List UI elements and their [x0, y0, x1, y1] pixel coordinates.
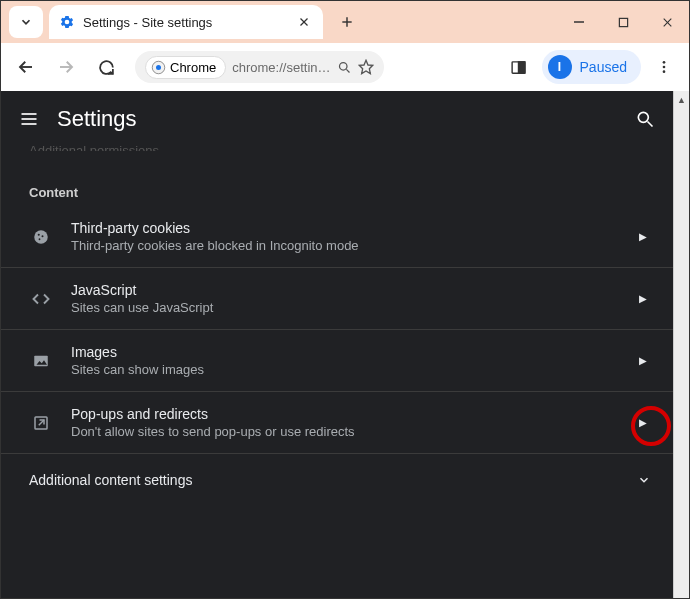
maximize-button[interactable] — [601, 1, 645, 43]
menu-button[interactable] — [19, 109, 39, 129]
row-additional-content-settings[interactable]: Additional content settings — [1, 454, 673, 506]
chevron-down-icon — [637, 473, 651, 487]
star-icon[interactable] — [358, 59, 374, 75]
reload-icon — [98, 59, 115, 76]
svg-point-19 — [663, 70, 666, 73]
row-desc: Sites can show images — [71, 362, 621, 377]
arrow-right-icon — [57, 58, 75, 76]
address-bar[interactable]: Chrome chrome://settin… — [135, 51, 384, 83]
tab-close-button[interactable] — [295, 13, 313, 31]
url-text: chrome://settin… — [232, 60, 330, 75]
chevron-right-icon: ▶ — [639, 355, 653, 366]
cookie-icon — [32, 228, 50, 246]
chevron-right-icon: ▶ — [639, 417, 653, 428]
side-panel-button[interactable] — [502, 50, 536, 84]
hamburger-icon — [19, 109, 39, 129]
profile-paused-pill[interactable]: I Paused — [542, 50, 641, 84]
chevron-down-icon — [19, 15, 33, 29]
tab-title: Settings - Site settings — [83, 15, 287, 30]
back-button[interactable] — [9, 50, 43, 84]
chrome-icon — [151, 60, 166, 75]
row-desc: Sites can use JavaScript — [71, 300, 621, 315]
browser-titlebar: Settings - Site settings — [1, 1, 689, 43]
paused-label: Paused — [580, 59, 627, 75]
reload-button[interactable] — [89, 50, 123, 84]
code-icon — [32, 290, 50, 308]
browser-tab[interactable]: Settings - Site settings — [49, 5, 323, 39]
site-chip-label: Chrome — [170, 60, 216, 75]
page-title: Settings — [57, 106, 137, 132]
arrow-left-icon — [17, 58, 35, 76]
svg-point-12 — [339, 62, 347, 70]
row-title: JavaScript — [71, 282, 621, 298]
svg-point-11 — [156, 65, 161, 70]
zoom-icon[interactable] — [337, 60, 352, 75]
plus-icon — [340, 15, 354, 29]
svg-marker-14 — [359, 60, 372, 73]
svg-point-27 — [42, 235, 44, 237]
settings-search-button[interactable] — [635, 109, 655, 129]
row-title: Additional content settings — [29, 472, 192, 488]
svg-point-28 — [39, 238, 41, 240]
row-desc: Third-party cookies are blocked in Incog… — [71, 238, 621, 253]
chevron-right-icon: ▶ — [639, 293, 653, 304]
cutoff-text: Additional permissions — [1, 143, 673, 151]
gear-icon — [59, 14, 75, 30]
row-title: Pop-ups and redirects — [71, 406, 621, 422]
image-icon — [32, 352, 50, 370]
row-javascript[interactable]: JavaScript Sites can use JavaScript ▶ — [1, 268, 673, 330]
row-title: Third-party cookies — [71, 220, 621, 236]
svg-rect-16 — [519, 61, 525, 72]
browser-toolbar: Chrome chrome://settin… I Paused — [1, 43, 689, 91]
search-icon — [635, 109, 655, 129]
svg-point-25 — [34, 230, 48, 244]
scroll-up-button[interactable]: ▲ — [674, 91, 689, 109]
minimize-button[interactable] — [557, 1, 601, 43]
close-window-button[interactable] — [645, 1, 689, 43]
svg-point-17 — [663, 61, 666, 64]
row-desc: Don't allow sites to send pop-ups or use… — [71, 424, 621, 439]
maximize-icon — [618, 17, 629, 28]
row-title: Images — [71, 344, 621, 360]
chevron-right-icon: ▶ — [639, 231, 653, 242]
row-third-party-cookies[interactable]: Third-party cookies Third-party cookies … — [1, 206, 673, 268]
tab-search-button[interactable] — [9, 6, 43, 38]
svg-line-32 — [39, 420, 44, 425]
avatar: I — [548, 55, 572, 79]
launch-icon — [32, 414, 50, 432]
svg-point-18 — [663, 66, 666, 69]
site-chip[interactable]: Chrome — [145, 56, 226, 79]
close-icon — [298, 16, 310, 28]
kebab-icon — [656, 59, 672, 75]
settings-header: Settings — [1, 91, 673, 147]
row-images[interactable]: Images Sites can show images ▶ — [1, 330, 673, 392]
new-tab-button[interactable] — [331, 6, 363, 38]
svg-point-26 — [38, 233, 40, 235]
section-label-content: Content — [1, 151, 673, 206]
forward-button[interactable] — [49, 50, 83, 84]
row-popups-redirects[interactable]: Pop-ups and redirects Don't allow sites … — [1, 392, 673, 454]
chrome-menu-button[interactable] — [647, 50, 681, 84]
side-panel-icon — [510, 59, 527, 76]
minimize-icon — [573, 16, 585, 28]
settings-page: Settings Additional permissions Content … — [1, 91, 689, 598]
close-icon — [661, 16, 674, 29]
vertical-scrollbar[interactable]: ▲ — [673, 91, 689, 598]
svg-line-13 — [346, 69, 349, 72]
window-controls — [557, 1, 689, 43]
scroll-track[interactable] — [674, 109, 689, 598]
svg-line-24 — [648, 122, 653, 127]
svg-point-23 — [638, 112, 648, 122]
svg-rect-5 — [619, 18, 627, 26]
